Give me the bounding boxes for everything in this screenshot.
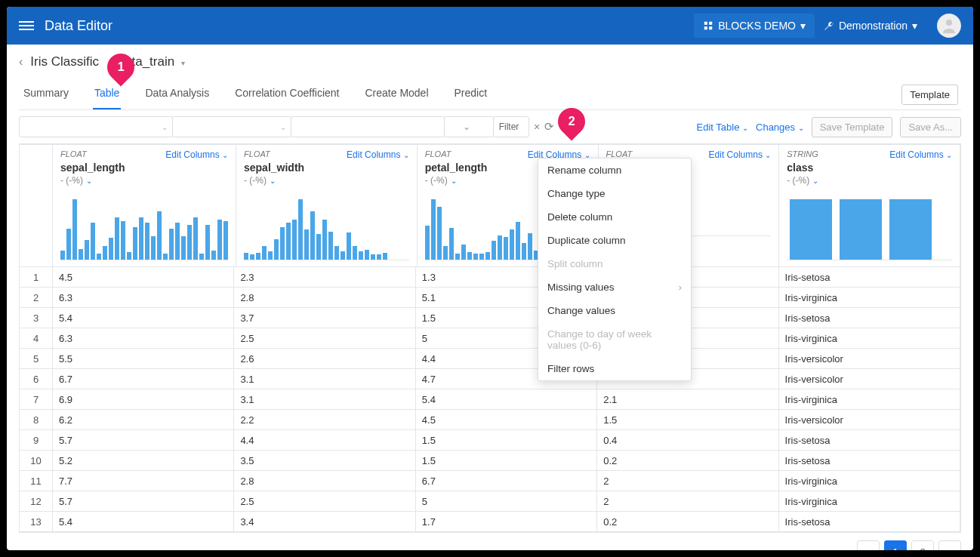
page-prev-button[interactable]: ‹ bbox=[857, 540, 880, 550]
tab-predict[interactable]: Predict bbox=[453, 79, 489, 109]
tab-table[interactable]: Table bbox=[93, 79, 121, 109]
table-cell[interactable]: 2.5 bbox=[234, 328, 415, 349]
menu-duplicate-column[interactable]: Duplicate column bbox=[538, 229, 691, 252]
table-cell[interactable]: 0.4 bbox=[597, 430, 778, 451]
tab-correlation[interactable]: Correlation Coefficient bbox=[233, 79, 341, 109]
tab-summary[interactable]: Summary bbox=[22, 79, 70, 109]
table-cell[interactable]: Iris-virginica bbox=[779, 491, 960, 512]
menu-change-values[interactable]: Change values bbox=[538, 299, 691, 322]
table-cell[interactable]: 6.3 bbox=[53, 328, 234, 349]
table-cell[interactable]: 1.5 bbox=[416, 430, 597, 451]
table-cell[interactable]: 4.5 bbox=[53, 267, 234, 288]
table-cell[interactable]: 2 bbox=[597, 471, 778, 491]
edit-columns-link[interactable]: Edit Columns ⌄ bbox=[347, 149, 409, 160]
caret-down-icon[interactable]: ⌄ bbox=[86, 177, 92, 185]
hamburger-icon[interactable] bbox=[19, 18, 34, 33]
table-cell[interactable]: Iris-setosa bbox=[779, 430, 960, 451]
table-cell[interactable]: 2.2 bbox=[234, 410, 415, 430]
edit-table-link[interactable]: Edit Table ⌄ bbox=[697, 122, 748, 133]
page-1-button[interactable]: 1 bbox=[884, 540, 907, 550]
filter-button[interactable]: Filter bbox=[493, 116, 529, 137]
table-cell[interactable]: 1.5 bbox=[597, 410, 778, 430]
filter-select-1[interactable]: ⌄ bbox=[19, 116, 173, 137]
menu-delete-column[interactable]: Delete column bbox=[538, 205, 691, 229]
table-cell[interactable]: 6.7 bbox=[416, 471, 597, 491]
table-cell[interactable]: 5.7 bbox=[53, 491, 234, 512]
table-cell[interactable]: 2.8 bbox=[234, 471, 415, 491]
menu-filter-rows[interactable]: Filter rows bbox=[538, 357, 691, 380]
table-cell[interactable]: Iris-setosa bbox=[779, 451, 960, 471]
table-cell[interactable]: 1.7 bbox=[416, 512, 597, 532]
table-corner-cell bbox=[20, 145, 53, 267]
avatar[interactable] bbox=[937, 14, 961, 38]
tab-create-model[interactable]: Create Model bbox=[363, 79, 430, 109]
table-cell[interactable]: Iris-setosa bbox=[779, 308, 960, 328]
project-selector[interactable]: BLOCKS DEMO ▾ bbox=[694, 14, 815, 38]
table-cell[interactable]: Iris-virginica bbox=[779, 471, 960, 491]
menu-rename-column[interactable]: Rename column bbox=[538, 158, 691, 182]
table-cell[interactable]: 2.8 bbox=[234, 288, 415, 308]
table-cell[interactable]: 3.7 bbox=[234, 308, 415, 328]
table-cell[interactable]: Iris-versicolor bbox=[779, 369, 960, 389]
table-cell[interactable]: 1.5 bbox=[416, 451, 597, 471]
table-cell[interactable]: 6.9 bbox=[53, 389, 234, 410]
caret-down-icon[interactable]: ⌄ bbox=[451, 177, 457, 185]
topbar: Data Editor BLOCKS DEMO ▾ Demonstration … bbox=[7, 7, 973, 45]
table-cell[interactable]: Iris-virginica bbox=[779, 288, 960, 308]
column-stat: - (-%) ⌄ bbox=[244, 175, 409, 186]
table-cell[interactable]: 5 bbox=[416, 491, 597, 512]
table-cell[interactable]: Iris-setosa bbox=[779, 267, 960, 288]
table-cell[interactable]: 2.1 bbox=[597, 389, 778, 410]
table-cell[interactable]: Iris-versicolor bbox=[779, 410, 960, 430]
table-cell[interactable]: Iris-virginica bbox=[779, 328, 960, 349]
tab-data-analysis[interactable]: Data Analysis bbox=[143, 79, 211, 109]
table-row: 35.43.71.5Iris-setosa bbox=[20, 308, 960, 328]
edit-columns-link[interactable]: Edit Columns ⌄ bbox=[709, 149, 772, 160]
column-stat: - (-%) ⌄ bbox=[787, 175, 952, 186]
table-cell[interactable]: 5.4 bbox=[53, 512, 234, 532]
table-cell[interactable]: 3.1 bbox=[234, 369, 415, 389]
table-cell[interactable]: 0.2 bbox=[597, 451, 778, 471]
table-cell[interactable]: 4.5 bbox=[416, 410, 597, 430]
table-cell[interactable]: 2.5 bbox=[234, 491, 415, 512]
table-cell[interactable]: 2 bbox=[597, 491, 778, 512]
table-cell[interactable]: Iris-virginica bbox=[779, 389, 960, 410]
edit-columns-link[interactable]: Edit Columns ⌄ bbox=[889, 149, 952, 160]
table-cell[interactable]: 4.4 bbox=[234, 430, 415, 451]
page-next-button[interactable]: › bbox=[938, 540, 961, 550]
filter-input[interactable] bbox=[291, 116, 445, 137]
filter-select-2[interactable]: ⌄ bbox=[172, 116, 291, 137]
back-chevron-icon[interactable]: ‹ bbox=[19, 55, 23, 69]
caret-down-icon[interactable]: ⌄ bbox=[270, 177, 276, 185]
table-cell[interactable]: 3.1 bbox=[234, 389, 415, 410]
table-cell[interactable]: 3.5 bbox=[234, 451, 415, 471]
table-cell[interactable]: 5.4 bbox=[53, 308, 234, 328]
menu-change-type[interactable]: Change type bbox=[538, 182, 691, 205]
table-cell[interactable]: 5.4 bbox=[416, 389, 597, 410]
clear-filter-icon[interactable]: × bbox=[534, 121, 540, 133]
filter-select-3[interactable]: ⌄ bbox=[444, 116, 494, 137]
refresh-icon[interactable]: ⟳ bbox=[544, 120, 554, 134]
breadcrumb-caret-icon[interactable]: ▾ bbox=[181, 59, 185, 67]
table-cell[interactable]: 6.2 bbox=[53, 410, 234, 430]
table-cell[interactable]: 3.4 bbox=[234, 512, 415, 532]
table-cell[interactable]: Iris-versicolor bbox=[779, 349, 960, 369]
page-2-button[interactable]: 2 bbox=[911, 540, 934, 550]
table-cell[interactable]: 0.2 bbox=[597, 512, 778, 532]
table-cell[interactable]: 7.7 bbox=[53, 471, 234, 491]
changes-link[interactable]: Changes ⌄ bbox=[756, 122, 804, 133]
table-cell[interactable]: 5.2 bbox=[53, 451, 234, 471]
menu-missing-values[interactable]: Missing values› bbox=[538, 275, 691, 299]
table-cell[interactable]: 2.3 bbox=[234, 267, 415, 288]
column-header: FLOAT Edit Columns ⌄ sepal_length - (-%)… bbox=[53, 145, 236, 267]
table-cell[interactable]: Iris-setosa bbox=[779, 512, 960, 532]
table-cell[interactable]: 5.5 bbox=[53, 349, 234, 369]
table-cell[interactable]: 6.3 bbox=[53, 288, 234, 308]
edit-columns-link[interactable]: Edit Columns ⌄ bbox=[165, 149, 228, 160]
template-button[interactable]: Template bbox=[901, 85, 958, 105]
table-cell[interactable]: 5.7 bbox=[53, 430, 234, 451]
caret-down-icon[interactable]: ⌄ bbox=[812, 177, 818, 185]
table-cell[interactable]: 6.7 bbox=[53, 369, 234, 389]
table-cell[interactable]: 2.6 bbox=[234, 349, 415, 369]
demo-selector[interactable]: Demonstration ▾ bbox=[815, 14, 926, 38]
